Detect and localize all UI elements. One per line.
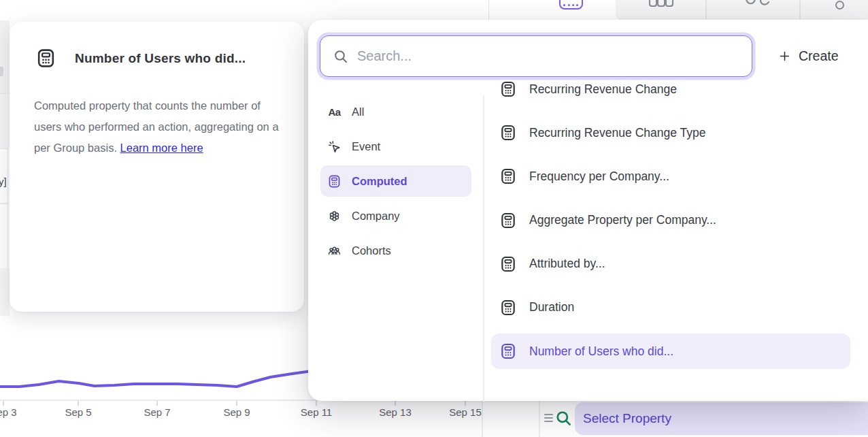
learn-more-link[interactable]: Learn more here: [120, 142, 203, 154]
property-item-label: Attributed by...: [529, 257, 605, 271]
tab-divider: [705, 0, 707, 19]
company-cluster-icon: [327, 209, 341, 223]
bar-chart-icon[interactable]: [657, 0, 665, 7]
calculator-icon: [499, 212, 517, 229]
background-fragment: [0, 67, 3, 76]
property-item-label: Frequency per Company...: [529, 169, 669, 184]
x-axis-label: Sep 5: [56, 406, 100, 418]
select-property-label: Select Property: [583, 411, 671, 426]
search-icon: [333, 48, 349, 65]
tooltip-title: Number of Users who did...: [75, 51, 246, 66]
category-computed[interactable]: Computed: [320, 165, 471, 197]
category-company[interactable]: Company: [320, 200, 484, 231]
calculator-icon: [35, 48, 56, 69]
category-label: Cohorts: [352, 244, 391, 257]
trend-report-icon[interactable]: [559, 0, 583, 10]
category-label: All: [352, 106, 364, 118]
category-cohorts[interactable]: Cohorts: [320, 235, 484, 266]
tab-divider: [799, 0, 801, 19]
background-card-edge: [0, 148, 8, 269]
funnel-icon[interactable]: [835, 1, 844, 10]
x-axis-label: Sep 15: [444, 406, 487, 418]
property-item[interactable]: Attributed by...: [491, 246, 850, 282]
x-axis-label: Sep 7: [135, 406, 179, 418]
x-axis-label: Sep 13: [373, 406, 417, 418]
calculator-icon: [327, 174, 341, 189]
category-all[interactable]: AaAll: [320, 96, 484, 127]
background-sliver: [0, 94, 10, 148]
select-property-button[interactable]: Select Property: [575, 402, 868, 435]
search-input[interactable]: [356, 48, 752, 65]
calculator-icon: [499, 342, 517, 360]
create-button[interactable]: Create: [771, 44, 839, 67]
aa-text-icon: Aa: [327, 105, 341, 119]
cursor-spark-icon: [327, 140, 341, 154]
calculator-icon: [499, 255, 517, 273]
event-search-icon[interactable]: [554, 409, 573, 427]
drag-handle-icon[interactable]: [544, 413, 554, 423]
property-item[interactable]: Recurring Revenue Change: [491, 71, 850, 107]
panel-divider: [483, 95, 484, 402]
property-item[interactable]: Frequency per Company...: [491, 159, 850, 194]
property-item[interactable]: Recurring Revenue Change Type: [491, 115, 850, 150]
category-label: Computed: [352, 175, 407, 188]
property-tooltip-card: Number of Users who did... Computed prop…: [10, 22, 304, 312]
people-icon: [327, 244, 341, 258]
property-result-list: Recurring Revenue ChangeRecurring Revenu…: [491, 71, 850, 377]
x-axis-label: Sep 9: [215, 406, 258, 418]
query-card-edge: [539, 401, 540, 437]
category-event[interactable]: Event: [320, 131, 484, 162]
tab-trend[interactable]: [489, 0, 616, 20]
x-axis-label: Sep 11: [295, 406, 338, 418]
clipped-text-fragment: y]: [0, 176, 8, 187]
bar-chart-icon[interactable]: [649, 0, 657, 7]
calculator-icon: [499, 124, 517, 142]
chart-card-edge: [482, 401, 483, 437]
x-axis-label: Sep 3: [0, 406, 25, 418]
background-card-divider: [0, 203, 7, 204]
category-list: AaAllEventComputedCompanyCohorts: [320, 96, 484, 270]
property-item[interactable]: Aggregate Property per Company...: [491, 203, 850, 238]
background-sliver: [0, 20, 10, 94]
bar-chart-icon[interactable]: [665, 0, 673, 7]
search-field[interactable]: [320, 35, 752, 77]
category-label: Event: [352, 140, 380, 153]
background-sliver: [0, 268, 10, 316]
property-item[interactable]: Number of Users who did...: [491, 334, 850, 369]
calculator-icon: [499, 80, 517, 98]
property-item-label: Recurring Revenue Change Type: [529, 126, 705, 140]
property-item-label: Recurring Revenue Change: [529, 82, 677, 97]
property-item[interactable]: Duration: [491, 290, 850, 325]
property-picker-panel: Create AaAllEventComputedCompanyCohorts …: [308, 20, 868, 401]
plus-icon: [778, 50, 791, 63]
property-item-label: Aggregate Property per Company...: [529, 213, 716, 227]
property-item-label: Number of Users who did...: [529, 344, 673, 359]
retention-icon[interactable]: [744, 0, 770, 8]
create-button-label: Create: [799, 48, 839, 64]
calculator-icon: [499, 167, 517, 185]
category-label: Company: [352, 210, 400, 223]
calculator-icon: [499, 299, 517, 317]
tooltip-description: Computed property that counts the number…: [34, 95, 280, 159]
property-item-label: Duration: [529, 300, 574, 314]
